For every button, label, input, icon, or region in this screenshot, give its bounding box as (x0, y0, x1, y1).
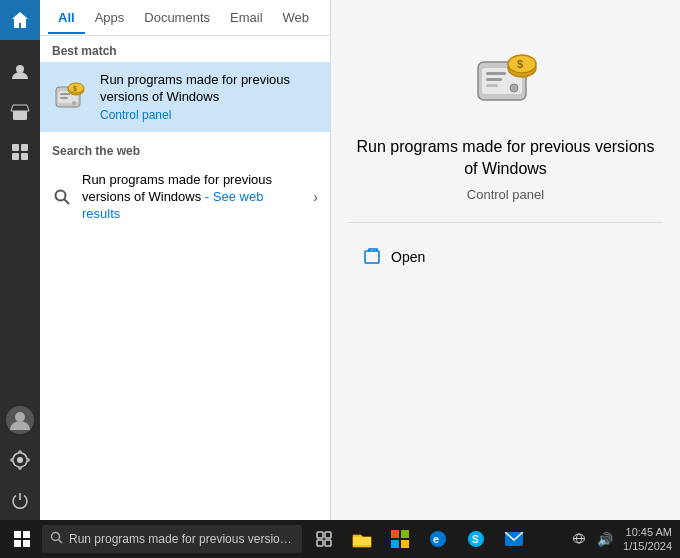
tab-email[interactable]: Email (220, 2, 273, 33)
best-match-subtitle: Control panel (100, 108, 318, 122)
clock: 10:45 AM 1/15/2024 (619, 525, 676, 554)
task-view-icon (316, 531, 332, 547)
svg-point-7 (15, 412, 25, 422)
best-match-item[interactable]: $ Run programs made for previous version… (40, 62, 330, 132)
volume-icon: 🔊 (593, 527, 617, 551)
network-icon (567, 527, 591, 551)
svg-rect-30 (23, 531, 30, 538)
power-icon (10, 490, 30, 510)
best-match-title: Run programs made for previous versions … (100, 72, 318, 106)
detail-subtitle: Control panel (467, 187, 544, 202)
skype-icon: S (467, 530, 485, 548)
svg-rect-4 (12, 153, 19, 160)
tab-documents[interactable]: Documents (134, 2, 220, 33)
sidebar-user[interactable] (0, 52, 40, 92)
svg-point-0 (16, 65, 24, 73)
svg-rect-29 (14, 531, 21, 538)
svg-point-21 (510, 84, 518, 92)
svg-rect-38 (325, 540, 331, 546)
best-match-text: Run programs made for previous versions … (100, 72, 318, 122)
avatar-icon (6, 406, 34, 434)
web-search-item[interactable]: Run programs made for previous versions … (40, 164, 330, 231)
svg-text:$: $ (73, 85, 77, 93)
open-icon (363, 247, 383, 267)
start-button[interactable] (4, 521, 40, 557)
tabs-bar: All Apps Documents Email Web More ▾ Feed… (40, 0, 330, 36)
skype-button[interactable]: S (458, 521, 494, 557)
search-icon (52, 187, 72, 207)
svg-rect-42 (391, 540, 399, 548)
sidebar (0, 0, 40, 520)
edge-icon: e (429, 530, 447, 548)
svg-rect-23 (486, 78, 502, 81)
svg-rect-1 (13, 111, 27, 120)
sidebar-power[interactable] (0, 480, 40, 520)
web-item-text: Run programs made for previous versions … (82, 172, 303, 223)
sidebar-avatar[interactable] (0, 400, 40, 440)
svg-rect-2 (12, 144, 19, 151)
mail-button[interactable] (496, 521, 532, 557)
right-panel: $ Run programs made for previous version… (330, 0, 680, 520)
svg-rect-37 (317, 540, 323, 546)
best-match-label: Best match (40, 36, 330, 62)
apps-icon (10, 142, 30, 162)
svg-rect-28 (365, 251, 379, 263)
sidebar-store[interactable] (0, 92, 40, 132)
svg-rect-43 (401, 540, 409, 548)
best-match-icon: $ (52, 79, 88, 115)
svg-line-34 (59, 540, 63, 544)
detail-icon: $ (466, 40, 546, 120)
svg-text:$: $ (517, 58, 523, 70)
taskbar-search[interactable]: Run programs made for previous versions.… (42, 525, 302, 553)
control-panel-icon: $ (52, 79, 88, 115)
open-action[interactable]: Open (347, 243, 441, 271)
svg-text:S: S (472, 534, 479, 545)
taskbar: Run programs made for previous versions.… (0, 520, 680, 558)
web-section-label: Search the web (40, 140, 330, 164)
detail-title: Run programs made for previous versions … (331, 136, 680, 181)
sidebar-settings[interactable] (0, 440, 40, 480)
svg-point-11 (72, 101, 76, 105)
svg-rect-35 (317, 532, 323, 538)
svg-rect-24 (486, 84, 498, 87)
svg-rect-32 (23, 540, 30, 547)
tab-all[interactable]: All (48, 2, 85, 33)
edge-button[interactable]: e (420, 521, 456, 557)
svg-rect-5 (21, 153, 28, 160)
store-icon (10, 102, 30, 122)
windows-icon (14, 531, 30, 547)
svg-text:e: e (433, 533, 439, 545)
svg-rect-36 (325, 532, 331, 538)
taskbar-search-icon (50, 531, 63, 547)
svg-rect-13 (60, 97, 68, 99)
left-panel: All Apps Documents Email Web More ▾ Feed… (40, 0, 330, 520)
tab-apps[interactable]: Apps (85, 2, 135, 33)
store-button[interactable] (382, 521, 418, 557)
svg-rect-22 (486, 72, 506, 75)
detail-divider (348, 222, 662, 223)
svg-rect-40 (391, 530, 399, 538)
sidebar-home[interactable] (0, 0, 40, 40)
home-icon (10, 10, 30, 30)
svg-rect-31 (14, 540, 21, 547)
file-explorer-icon (352, 530, 372, 548)
svg-point-33 (52, 533, 60, 541)
tab-web[interactable]: Web (273, 2, 320, 33)
svg-line-18 (64, 199, 69, 204)
sidebar-bottom (0, 400, 40, 520)
web-item-arrow-icon: › (313, 189, 318, 205)
user-icon (10, 62, 30, 82)
web-section: Search the web Run programs made for pre… (40, 132, 330, 235)
sidebar-apps[interactable] (0, 132, 40, 172)
taskbar-search-text: Run programs made for previous versions.… (69, 532, 294, 546)
svg-rect-39 (353, 537, 371, 545)
detail-app-icon: $ (470, 44, 542, 116)
store-icon-taskbar (391, 530, 409, 548)
mail-icon (505, 532, 523, 546)
open-label: Open (391, 249, 425, 265)
task-view-button[interactable] (306, 521, 342, 557)
svg-rect-12 (60, 93, 70, 95)
taskbar-right: 🔊 10:45 AM 1/15/2024 (567, 525, 676, 554)
file-explorer-button[interactable] (344, 521, 380, 557)
svg-rect-3 (21, 144, 28, 151)
